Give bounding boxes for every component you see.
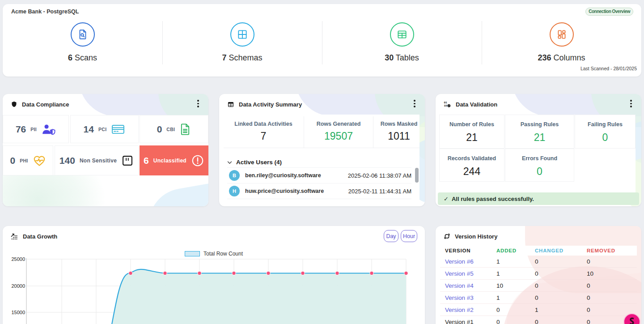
svg-text:10: 10 (444, 104, 448, 107)
svg-text:01: 01 (444, 101, 448, 104)
